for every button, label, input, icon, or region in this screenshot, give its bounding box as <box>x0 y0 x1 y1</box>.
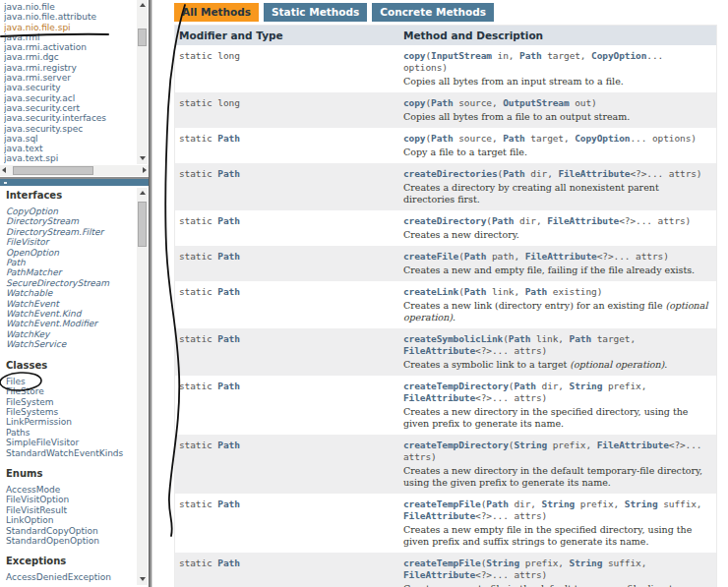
code-link[interactable]: copy <box>403 133 425 144</box>
code-link[interactable]: Path <box>464 251 486 262</box>
tab-all-methods[interactable]: All Methods <box>174 3 259 22</box>
scroll-down-icon[interactable] <box>137 153 148 164</box>
class-frame-item[interactable]: PathMatcher <box>6 267 135 277</box>
code-link[interactable]: Path <box>217 499 239 509</box>
package-list-item[interactable]: java.rmi.dgc <box>4 52 136 62</box>
package-list-item[interactable]: java.text.spi <box>4 153 136 163</box>
code-link[interactable]: Path <box>519 50 541 61</box>
package-list-item[interactable]: java.nio.file <box>4 2 136 12</box>
code-link[interactable]: copy <box>403 97 425 108</box>
package-list-item[interactable]: java.security <box>4 83 136 92</box>
tab-static-methods[interactable]: Static Methods <box>264 3 367 22</box>
code-link[interactable]: InputStream <box>431 50 492 61</box>
code-link[interactable]: Path <box>514 381 535 391</box>
package-horizontal-scrollbar[interactable] <box>0 165 150 176</box>
code-link[interactable]: String <box>486 558 519 568</box>
code-link[interactable]: createFile <box>403 251 458 262</box>
scroll-down-icon[interactable] <box>137 574 148 585</box>
code-link[interactable]: CopyOption <box>575 133 630 144</box>
code-link[interactable]: String <box>570 558 603 568</box>
class-frame-item[interactable]: FileVisitOption <box>6 495 135 504</box>
package-vertical-scrollbar[interactable] <box>137 0 148 164</box>
code-link[interactable]: FileAttribute <box>403 569 475 580</box>
code-link[interactable]: createLink <box>403 286 458 297</box>
package-list-item[interactable]: java.security.interfaces <box>4 113 136 123</box>
scroll-up-icon[interactable] <box>137 0 148 11</box>
code-link[interactable]: Path <box>217 251 239 262</box>
code-link[interactable]: FileAttribute <box>403 392 475 403</box>
code-link[interactable]: String <box>514 440 547 450</box>
package-list-item[interactable]: java.nio.file.spi <box>4 23 136 32</box>
class-frame-item[interactable]: WatchEvent.Kind <box>6 309 135 319</box>
code-link[interactable]: FileAttribute <box>403 345 475 356</box>
class-frame-item[interactable]: Paths <box>6 428 135 438</box>
code-link[interactable]: Path <box>217 168 239 179</box>
code-link[interactable]: Path <box>486 499 508 509</box>
code-link[interactable]: createDirectory <box>403 215 486 226</box>
class-frame-item[interactable]: FileSystem <box>6 397 135 407</box>
code-link[interactable]: Path <box>217 381 239 391</box>
class-frame-item[interactable]: OpenOption <box>6 248 135 258</box>
code-link[interactable]: createTempFile <box>403 499 481 509</box>
scroll-left-icon[interactable] <box>0 165 11 176</box>
class-frame-item[interactable]: LinkOption <box>6 515 135 525</box>
tab-concrete-methods[interactable]: Concrete Methods <box>372 3 494 22</box>
class-frame-item[interactable]: FileStore <box>6 386 135 396</box>
code-link[interactable]: Path <box>492 215 514 226</box>
scrollbar-thumb[interactable] <box>138 202 147 247</box>
class-frame-item[interactable]: AccessDeniedException <box>6 572 135 582</box>
code-link[interactable]: createTempDirectory <box>403 381 509 391</box>
class-frame-item[interactable]: WatchKey <box>6 329 135 339</box>
class-frame-item[interactable]: FileSystems <box>6 407 135 417</box>
code-link[interactable]: Path <box>509 333 530 344</box>
code-link[interactable]: String <box>570 381 603 391</box>
class-frame-item[interactable]: StandardWatchEventKinds <box>6 448 135 458</box>
code-link[interactable]: FileAttribute <box>403 510 475 521</box>
scrollbar-thumb[interactable] <box>138 29 147 46</box>
package-list-item[interactable]: java.rmi <box>4 32 136 42</box>
code-link[interactable]: Path <box>217 440 239 450</box>
code-link[interactable]: createTempFile <box>403 558 481 568</box>
class-frame-item[interactable]: DirectoryStream.Filter <box>6 227 135 237</box>
class-frame-item[interactable]: DirectoryStream <box>6 216 135 226</box>
package-list-item[interactable]: java.nio.file.attribute <box>4 12 136 22</box>
code-link[interactable]: Path <box>570 333 591 344</box>
package-list-item[interactable]: java.security.acl <box>4 93 136 103</box>
code-link[interactable]: String <box>542 499 576 509</box>
code-link[interactable]: Path <box>431 97 453 108</box>
code-link[interactable]: Path <box>431 133 453 144</box>
class-frame-item[interactable]: StandardOpenOption <box>6 536 135 546</box>
code-link[interactable]: Path <box>217 133 239 144</box>
code-link[interactable]: copy <box>403 50 425 61</box>
class-frame-item[interactable]: LinkPermission <box>6 417 135 427</box>
package-list-item[interactable]: java.security.cert <box>4 103 136 113</box>
code-link[interactable]: FileAttribute <box>558 168 630 179</box>
class-frame-item[interactable]: Path <box>6 258 135 267</box>
code-link[interactable]: createSymbolicLink <box>403 333 503 344</box>
code-link[interactable]: Path <box>217 333 239 344</box>
package-list-item[interactable]: java.rmi.activation <box>4 42 136 52</box>
class-frame-item[interactable]: WatchEvent.Modifier <box>6 319 135 328</box>
code-link[interactable]: OutputStream <box>503 97 569 108</box>
code-link[interactable]: Path <box>503 168 524 179</box>
package-list-item[interactable]: java.rmi.registry <box>4 63 136 73</box>
class-frame-item[interactable]: SecureDirectoryStream <box>6 278 135 288</box>
code-link[interactable]: createDirectories <box>403 168 498 179</box>
code-link[interactable]: Path <box>503 133 524 144</box>
package-list-item[interactable]: java.sql <box>4 134 136 144</box>
code-link[interactable]: Path <box>217 286 239 297</box>
class-frame-item[interactable]: AccessMode <box>6 485 135 495</box>
code-link[interactable]: createTempDirectory <box>403 440 509 450</box>
class-frame-item[interactable]: FileVisitor <box>6 237 135 247</box>
scroll-up-icon[interactable] <box>137 188 148 199</box>
class-frame-item[interactable]: Watchable <box>6 288 135 298</box>
class-frame-item[interactable]: CopyOption <box>6 206 135 216</box>
frame-divider[interactable] <box>0 177 152 186</box>
code-link[interactable]: FileAttribute <box>597 440 669 450</box>
code-link[interactable]: Path <box>525 286 547 297</box>
package-list-item[interactable]: java.text <box>4 144 136 153</box>
package-list-item[interactable]: java.security.spec <box>4 124 136 134</box>
code-link[interactable]: Path <box>217 558 239 568</box>
class-frame-item[interactable]: Files <box>6 377 135 386</box>
class-frame-item[interactable]: SimpleFileVisitor <box>6 438 135 447</box>
